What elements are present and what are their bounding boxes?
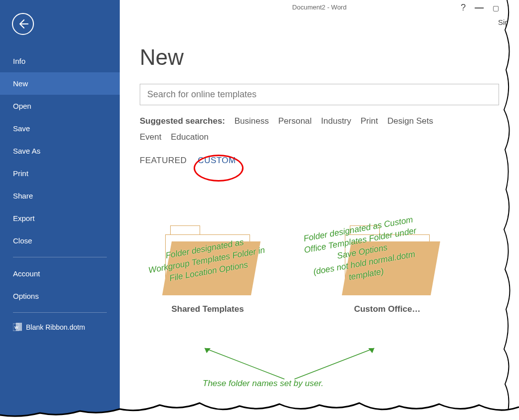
recent-file[interactable]: W Blank Ribbon.dotm: [0, 318, 120, 337]
nav-open[interactable]: Open: [0, 95, 120, 117]
suggested-business[interactable]: Business: [235, 116, 269, 126]
folder-label: Shared Templates: [158, 304, 258, 314]
tab-featured[interactable]: FEATURED: [140, 156, 187, 166]
suggested-design-sets[interactable]: Design Sets: [387, 116, 433, 126]
folder-label: Custom Office…: [337, 304, 437, 314]
suggested-education[interactable]: Education: [171, 132, 209, 142]
search-input[interactable]: [140, 84, 499, 105]
suggested-personal[interactable]: Personal: [278, 116, 311, 126]
folder-icon: [165, 225, 250, 295]
nav-share[interactable]: Share: [0, 185, 120, 207]
nav-options[interactable]: Options: [0, 285, 120, 307]
nav-divider-2: [13, 312, 107, 313]
tab-custom[interactable]: CUSTOM: [198, 156, 236, 166]
nav-export[interactable]: Export: [0, 207, 120, 229]
suggested-event[interactable]: Event: [140, 132, 161, 142]
template-folders: Shared Templates Custom Office…: [140, 225, 499, 314]
nav-save-as[interactable]: Save As: [0, 140, 120, 162]
nav-new[interactable]: New: [0, 72, 120, 95]
recent-file-label: Blank Ribbon.dotm: [26, 323, 85, 331]
nav-close[interactable]: Close: [0, 229, 120, 252]
folder-custom-office[interactable]: Custom Office…: [337, 225, 437, 314]
nav-divider: [13, 257, 107, 257]
suggested-industry[interactable]: Industry: [321, 116, 351, 126]
backstage-sidebar: Info New Open Save Save As Print Share E…: [0, 0, 120, 420]
nav-print[interactable]: Print: [0, 162, 120, 185]
suggested-label: Suggested searches:: [140, 116, 225, 126]
back-button[interactable]: [12, 13, 34, 35]
suggested-searches: Suggested searches: Business Personal In…: [140, 113, 499, 146]
template-tabs: FEATURED CUSTOM: [140, 156, 499, 166]
suggested-print[interactable]: Print: [361, 116, 378, 126]
folder-shared-templates[interactable]: Shared Templates: [158, 225, 258, 314]
nav-list: Info New Open Save Save As Print Share E…: [0, 50, 120, 337]
back-arrow-icon: [17, 18, 29, 30]
main-content: New Suggested searches: Business Persona…: [120, 0, 519, 420]
page-title: New: [140, 45, 499, 70]
svg-text:W: W: [14, 325, 18, 330]
folder-icon: [345, 225, 430, 295]
nav-account[interactable]: Account: [0, 262, 120, 285]
word-doc-icon: W: [13, 323, 22, 332]
nav-info[interactable]: Info: [0, 50, 120, 72]
nav-save[interactable]: Save: [0, 117, 120, 140]
